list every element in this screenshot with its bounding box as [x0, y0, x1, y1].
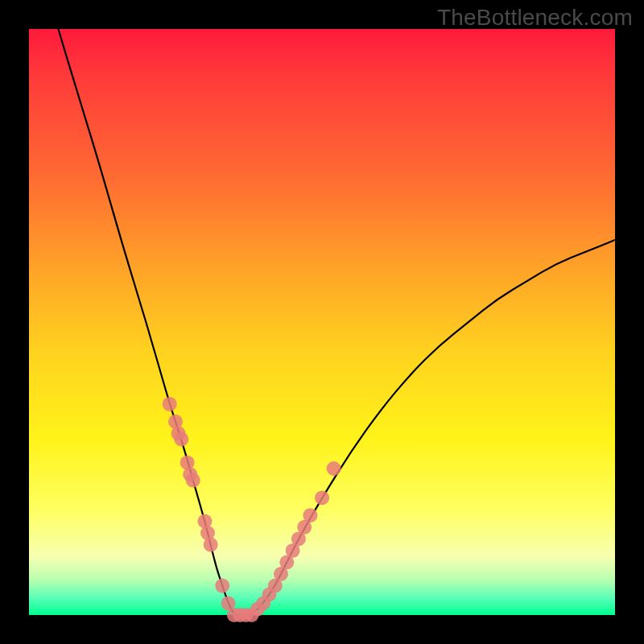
- marker-dots: [163, 397, 341, 622]
- bottleneck-curve: [58, 29, 615, 615]
- chart-svg: [29, 29, 615, 615]
- marker-dot: [186, 473, 200, 488]
- marker-dot: [327, 461, 341, 476]
- chart-plot-area: [29, 29, 615, 615]
- marker-dot: [174, 432, 188, 447]
- marker-dot: [163, 397, 177, 411]
- marker-dot: [215, 579, 229, 593]
- watermark-text: TheBottleneck.com: [437, 5, 633, 31]
- marker-dot: [303, 508, 317, 522]
- marker-dot: [204, 538, 218, 552]
- chart-frame: TheBottleneck.com: [0, 0, 644, 644]
- marker-dot: [315, 490, 329, 505]
